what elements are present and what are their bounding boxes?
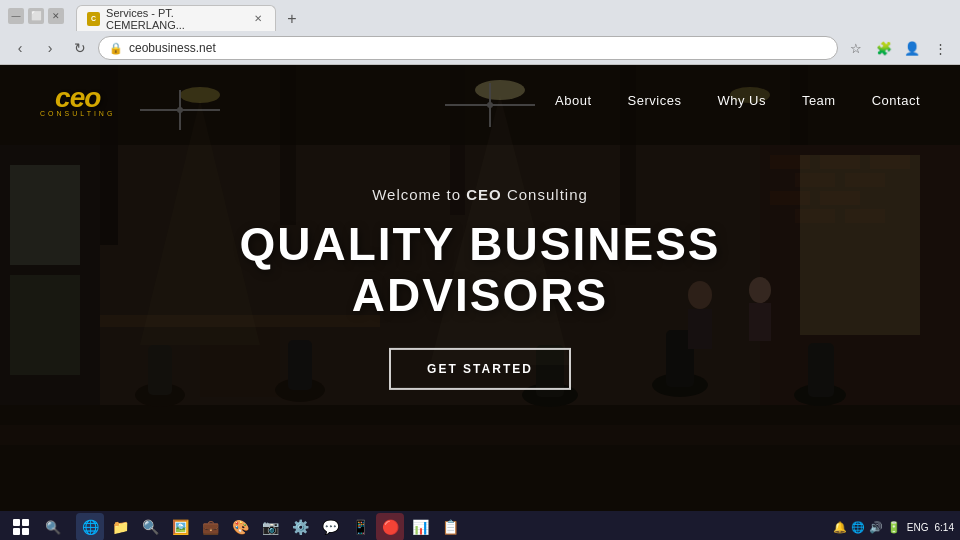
nav-link-why-us[interactable]: Why Us xyxy=(717,93,766,108)
active-tab[interactable]: C Services - PT. CEMERLANG... ✕ xyxy=(76,5,276,31)
taskbar-pinned-apps: 🌐 📁 🔍 🖼️ 💼 🎨 📷 ⚙️ 💬 📱 🔴 📊 📋 xyxy=(76,513,464,540)
url-bar[interactable]: 🔒 ceobusiness.net xyxy=(98,36,838,60)
close-button[interactable]: ✕ xyxy=(48,8,64,24)
taskbar-app-files[interactable]: 📁 xyxy=(106,513,134,540)
system-tray-icons: 🔔 🌐 🔊 🔋 xyxy=(833,521,901,534)
new-tab-button[interactable]: + xyxy=(280,7,304,31)
taskbar-app-messaging[interactable]: 💬 xyxy=(316,513,344,540)
network-icon[interactable]: 🌐 xyxy=(851,521,865,534)
windows-logo-icon xyxy=(13,519,29,535)
taskbar-system-tray: 🔔 🌐 🔊 🔋 ENG 6:14 xyxy=(833,521,954,534)
nav-link-contact[interactable]: Contact xyxy=(872,93,920,108)
hero-subtitle-brand: CEO xyxy=(466,186,502,203)
bookmark-button[interactable]: ☆ xyxy=(844,36,868,60)
taskbar-app-gallery[interactable]: 🖼️ xyxy=(166,513,194,540)
hero-subtitle-suffix: Consulting xyxy=(502,186,588,203)
hero-subtitle: Welcome to CEO Consulting xyxy=(180,186,780,203)
tab-close-button[interactable]: ✕ xyxy=(252,12,265,26)
nav-link-about[interactable]: About xyxy=(555,93,591,108)
hero-subtitle-prefix: Welcome to xyxy=(372,186,466,203)
volume-icon[interactable]: 🔊 xyxy=(869,521,883,534)
taskbar-app-design[interactable]: 🎨 xyxy=(226,513,254,540)
logo-text: ceo xyxy=(55,84,100,112)
logo-sub: CONSULTING xyxy=(40,110,115,117)
site-logo[interactable]: ceo CONSULTING xyxy=(40,84,115,117)
extensions-button[interactable]: 🧩 xyxy=(872,36,896,60)
hero-content: Welcome to CEO Consulting QUALITY BUSINE… xyxy=(180,186,780,390)
taskbar: 🔍 🌐 📁 🔍 🖼️ 💼 🎨 📷 ⚙️ 💬 📱 🔴 📊 📋 🔔 🌐 🔊 🔋 EN… xyxy=(0,511,960,540)
windows-start-button[interactable] xyxy=(6,515,36,539)
hero-title: QUALITY BUSINESS ADVISORS xyxy=(180,219,780,320)
browser-chrome: — ⬜ ✕ C Services - PT. CEMERLANG... ✕ + … xyxy=(0,0,960,65)
website-content: ceo CONSULTING About Services Why Us Tea… xyxy=(0,65,960,511)
profile-button[interactable]: 👤 xyxy=(900,36,924,60)
taskbar-time-display: 6:14 xyxy=(935,521,954,534)
reload-button[interactable]: ↻ xyxy=(68,36,92,60)
taskbar-start: 🔍 xyxy=(6,515,68,539)
taskbar-app-red[interactable]: 🔴 xyxy=(376,513,404,540)
taskbar-app-search[interactable]: 🔍 xyxy=(136,513,164,540)
address-bar: ‹ › ↻ 🔒 ceobusiness.net ☆ 🧩 👤 ⋮ xyxy=(0,32,960,64)
taskbar-app-notes[interactable]: 📋 xyxy=(436,513,464,540)
nav-links: About Services Why Us Team Contact xyxy=(555,93,920,108)
taskbar-app-browser[interactable]: 🌐 xyxy=(76,513,104,540)
navbar: ceo CONSULTING About Services Why Us Tea… xyxy=(0,65,960,135)
taskbar-app-mail[interactable]: 💼 xyxy=(196,513,224,540)
url-text: ceobusiness.net xyxy=(129,41,216,55)
taskbar-app-app2[interactable]: 📱 xyxy=(346,513,374,540)
nav-link-team[interactable]: Team xyxy=(802,93,836,108)
taskbar-clock[interactable]: 6:14 xyxy=(935,521,954,534)
lock-icon: 🔒 xyxy=(109,42,123,55)
tab-title: Services - PT. CEMERLANG... xyxy=(106,7,246,31)
battery-icon[interactable]: 🔋 xyxy=(887,521,901,534)
taskbar-app-sheets[interactable]: 📊 xyxy=(406,513,434,540)
minimize-button[interactable]: — xyxy=(8,8,24,24)
get-started-button[interactable]: GET STARTED xyxy=(389,348,571,390)
notification-icon[interactable]: 🔔 xyxy=(833,521,847,534)
maximize-button[interactable]: ⬜ xyxy=(28,8,44,24)
taskbar-search-button[interactable]: 🔍 xyxy=(38,515,68,539)
taskbar-app-settings[interactable]: ⚙️ xyxy=(286,513,314,540)
tab-favicon-icon: C xyxy=(87,12,100,26)
browser-window-controls: — ⬜ ✕ xyxy=(8,8,64,24)
browser-action-buttons: ☆ 🧩 👤 ⋮ xyxy=(844,36,952,60)
menu-button[interactable]: ⋮ xyxy=(928,36,952,60)
forward-button[interactable]: › xyxy=(38,36,62,60)
taskbar-app-camera[interactable]: 📷 xyxy=(256,513,284,540)
nav-link-services[interactable]: Services xyxy=(628,93,682,108)
back-button[interactable]: ‹ xyxy=(8,36,32,60)
browser-titlebar: — ⬜ ✕ C Services - PT. CEMERLANG... ✕ + xyxy=(0,0,960,32)
tab-bar: C Services - PT. CEMERLANG... ✕ + xyxy=(68,1,312,31)
taskbar-language: ENG xyxy=(907,522,929,533)
